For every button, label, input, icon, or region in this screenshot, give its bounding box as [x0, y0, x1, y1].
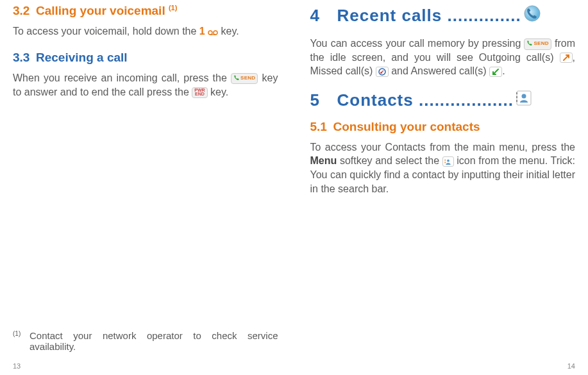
section-5-1-heading: 5.1Consulting your contacts: [310, 120, 576, 134]
svg-rect-6: [516, 92, 517, 94]
menu-softkey-label: Menu: [310, 155, 337, 166]
key-1-label: 1: [199, 26, 205, 37]
section-5-heading: 5 Contacts ..................: [310, 90, 576, 111]
svg-point-1: [214, 31, 217, 35]
section-3-2-body: To access your voicemail, hold down the …: [13, 24, 278, 39]
svg-rect-11: [444, 159, 445, 160]
answered-call-icon: [489, 67, 502, 77]
phone-icon: [233, 74, 239, 83]
section-3-2-heading: 3.2Calling your voicemail (1): [13, 4, 278, 18]
section-number: 4: [310, 6, 336, 26]
outgoing-call-icon: [560, 53, 573, 63]
section-title: Calling your voicemail: [36, 4, 165, 17]
svg-point-3: [524, 6, 539, 21]
footnote-ref: (1): [169, 4, 177, 12]
section-number: 3.2: [13, 4, 36, 18]
svg-rect-8: [516, 100, 517, 102]
right-page: 4 Recent calls .............. You can ac…: [294, 0, 589, 375]
recent-calls-icon: [523, 4, 542, 28]
section-title: Contacts ..................: [337, 90, 514, 110]
section-3-3-body: When you receive an incoming call, press…: [13, 71, 278, 99]
footnote-text: Contact your network operator to check s…: [29, 330, 278, 352]
voicemail-icon: [208, 25, 218, 39]
svg-point-0: [208, 31, 212, 35]
section-4-body: You can access your call memory by press…: [310, 37, 576, 78]
section-3-3-heading: 3.3Receiving a call: [13, 51, 278, 65]
section-number: 3.3: [13, 51, 36, 65]
section-title: Receiving a call: [36, 51, 128, 64]
phone-icon: [526, 40, 532, 49]
page-number: 14: [567, 362, 575, 370]
svg-rect-7: [516, 96, 517, 98]
send-key-icon: SEND: [231, 73, 258, 85]
end-key-icon: PWREND: [192, 87, 207, 98]
svg-rect-12: [444, 162, 445, 163]
section-number: 5: [310, 90, 336, 110]
svg-point-9: [522, 94, 526, 98]
footnote-marker: (1): [13, 330, 29, 352]
contacts-section-icon: [515, 90, 533, 111]
missed-call-icon: [376, 67, 389, 77]
section-number: 5.1: [310, 120, 333, 134]
section-4-heading: 4 Recent calls ..............: [310, 4, 576, 28]
svg-point-10: [447, 159, 449, 162]
section-5-1-body: To access your Contacts from the main me…: [310, 140, 576, 196]
left-page: 3.2Calling your voicemail (1) To access …: [0, 0, 294, 375]
footnote: (1) Contact your network operator to che…: [13, 330, 278, 352]
section-title: Consulting your contacts: [333, 120, 480, 133]
send-key-icon: SEND: [524, 38, 551, 50]
section-title: Recent calls ..............: [337, 6, 521, 26]
page-number: 13: [13, 362, 21, 370]
contacts-menu-icon: [442, 156, 454, 167]
